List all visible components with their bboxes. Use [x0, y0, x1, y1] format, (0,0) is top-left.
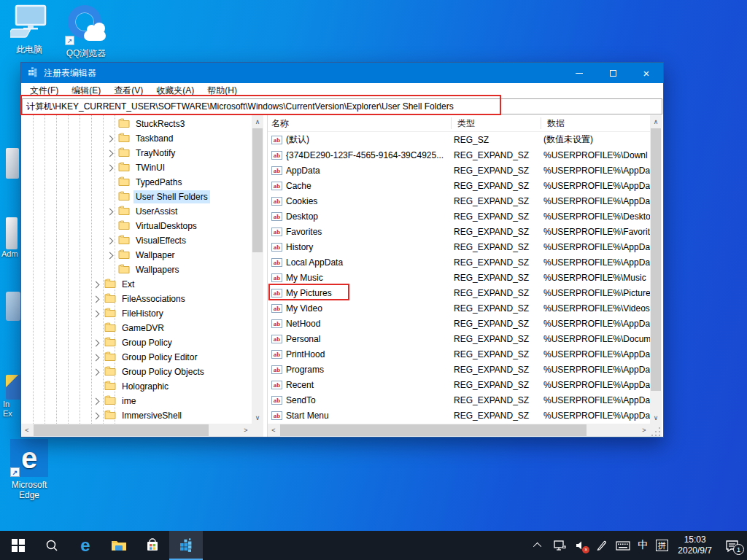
network-icon[interactable]: [551, 531, 568, 560]
tree-item-wallpaper[interactable]: Wallpaper: [107, 248, 177, 262]
tree-item-group-policy-editor[interactable]: Group Policy Editor: [93, 350, 199, 365]
tree-item-typedpaths[interactable]: TypedPaths: [107, 175, 184, 190]
tree-item-ext[interactable]: Ext: [93, 277, 136, 292]
tree-item-userassist[interactable]: UserAssist: [107, 204, 179, 219]
value-row-374de290-123f-4565-9164-39c4925[interactable]: ab{374DE290-123F-4565-9164-39C4925...REG…: [268, 147, 650, 163]
minimize-button[interactable]: [562, 63, 596, 83]
value-row-cache[interactable]: abCacheREG_EXPAND_SZ%USERPROFILE%\AppDa: [268, 178, 650, 193]
ime-pinyin-indicator[interactable]: 拼: [654, 531, 669, 560]
tree-item-virtualdesktops[interactable]: VirtualDesktops: [107, 219, 199, 233]
desktop-icon-this-pc[interactable]: 此电脑: [6, 4, 53, 55]
value-row-programs[interactable]: abProgramsREG_EXPAND_SZ%USERPROFILE%\App…: [268, 362, 650, 377]
column-header-type[interactable]: 类型: [454, 115, 543, 132]
expand-chevron-icon[interactable]: [93, 339, 100, 346]
tree-item-wallpapers[interactable]: Wallpapers: [107, 262, 182, 277]
desktop-icon-clipped-1[interactable]: [0, 148, 20, 193]
tree-item-twinui[interactable]: TWinUI: [107, 160, 167, 175]
taskbar-regedit-button[interactable]: [169, 531, 203, 560]
taskbar-edge-button[interactable]: e: [69, 531, 102, 560]
expand-chevron-icon[interactable]: [93, 368, 100, 376]
scroll-down-icon[interactable]: ∨: [252, 411, 263, 424]
menu-收藏夹-a[interactable]: 收藏夹(A): [150, 85, 201, 97]
menu-查看-v[interactable]: 查看(V): [107, 85, 150, 97]
expand-chevron-icon[interactable]: [107, 164, 114, 171]
tray-chevron-up-icon[interactable]: [530, 531, 546, 560]
desktop-icon-microsoft-edge[interactable]: e ↗ Microsoft Edge: [7, 439, 51, 500]
desktop-icon-clipped-2[interactable]: Adm: [0, 217, 20, 271]
scroll-right-icon[interactable]: >: [240, 424, 252, 437]
expand-chevron-icon[interactable]: [107, 135, 114, 142]
value-row-recent[interactable]: abRecentREG_EXPAND_SZ%USERPROFILE%\AppDa: [268, 377, 650, 392]
title-bar[interactable]: 注册表编辑器 ×: [21, 63, 663, 83]
tree-item-user-shell-folders[interactable]: User Shell Folders: [107, 190, 210, 204]
desktop-icon-clipped-4[interactable]: In Ex: [0, 375, 20, 427]
maximize-button[interactable]: [596, 63, 630, 83]
taskbar-store-button[interactable]: [136, 531, 169, 560]
expand-chevron-icon[interactable]: [107, 237, 114, 244]
expand-chevron-icon[interactable]: [93, 412, 100, 419]
value-row-my-music[interactable]: abMy MusicREG_EXPAND_SZ%USERPROFILE%\Mus…: [268, 270, 650, 285]
ime-mode-indicator[interactable]: 中: [636, 531, 649, 560]
tree-item-stuckrects3[interactable]: StuckRects3: [107, 117, 187, 131]
tree-item-gamedvr[interactable]: GameDVR: [93, 321, 166, 335]
menu-文件-f[interactable]: 文件(F): [23, 85, 65, 97]
tree-item-taskband[interactable]: Taskband: [107, 131, 175, 146]
value-row-cookies[interactable]: abCookiesREG_EXPAND_SZ%USERPROFILE%\AppD…: [268, 193, 650, 209]
column-header-name[interactable]: 名称: [268, 115, 454, 132]
tree-item-filehistory[interactable]: FileHistory: [93, 306, 166, 321]
pen-icon[interactable]: [594, 531, 610, 560]
address-bar[interactable]: 计算机\HKEY_CURRENT_USER\SOFTWARE\Microsoft…: [21, 98, 663, 115]
tree-item-ime[interactable]: ime: [93, 394, 138, 408]
value-row-history[interactable]: abHistoryREG_EXPAND_SZ%USERPROFILE%\AppD…: [268, 239, 650, 254]
value-row-favorites[interactable]: abFavoritesREG_EXPAND_SZ%USERPROFILE%\Fa…: [268, 224, 650, 239]
start-button[interactable]: [1, 531, 35, 560]
scroll-down-icon[interactable]: ∨: [650, 411, 662, 424]
scroll-left-icon[interactable]: <: [268, 424, 279, 437]
resize-grip[interactable]: [651, 426, 661, 436]
close-button[interactable]: ×: [630, 63, 663, 83]
list-horizontal-scrollbar[interactable]: < >: [268, 424, 650, 437]
registry-tree-pane[interactable]: StuckRects3TaskbandTrayNotifyTWinUITyped…: [21, 115, 263, 437]
registry-values-pane[interactable]: 名称 类型 数据 ab(默认)REG_SZ(数值未设置)ab{374DE290-…: [267, 115, 662, 437]
column-header-data[interactable]: 数据: [543, 115, 650, 132]
value-row-appdata[interactable]: abAppDataREG_EXPAND_SZ%USERPROFILE%\AppD…: [268, 163, 650, 178]
touch-keyboard-icon[interactable]: [615, 531, 631, 560]
tree-item-holographic[interactable]: Holographic: [93, 379, 171, 394]
value-row-nethood[interactable]: abNetHoodREG_EXPAND_SZ%USERPROFILE%\AppD…: [268, 316, 650, 331]
tree-item-group-policy-objects[interactable]: Group Policy Objects: [93, 365, 206, 379]
value-row-printhood[interactable]: abPrintHoodREG_EXPAND_SZ%USERPROFILE%\Ap…: [268, 346, 650, 362]
expand-chevron-icon[interactable]: [107, 252, 114, 259]
taskbar-clock[interactable]: 15:03 2020/9/7: [674, 534, 716, 556]
scroll-up-icon[interactable]: ∧: [252, 115, 263, 128]
value-row-sendto[interactable]: abSendToREG_EXPAND_SZ%USERPROFILE%\AppDa: [268, 392, 650, 408]
menu-帮助-h[interactable]: 帮助(H): [201, 85, 244, 97]
value-row-personal[interactable]: abPersonalREG_EXPAND_SZ%USERPROFILE%\Doc…: [268, 331, 650, 346]
expand-chevron-icon[interactable]: [107, 208, 114, 215]
menu-编辑-e[interactable]: 编辑(E): [65, 85, 107, 97]
expand-chevron-icon[interactable]: [93, 310, 100, 317]
scroll-left-icon[interactable]: <: [21, 424, 33, 437]
desktop-icon-qq-browser[interactable]: ↗ QQ浏览器: [61, 4, 111, 58]
value-row-desktop[interactable]: abDesktopREG_EXPAND_SZ%USERPROFILE%\Desk…: [268, 209, 650, 224]
expand-chevron-icon[interactable]: [107, 149, 114, 157]
scroll-right-icon[interactable]: >: [638, 424, 650, 437]
taskbar-search-button[interactable]: [35, 531, 69, 560]
expand-chevron-icon[interactable]: [93, 354, 100, 361]
scroll-up-icon[interactable]: ∧: [650, 115, 662, 128]
tree-horizontal-scrollbar[interactable]: < >: [21, 424, 252, 437]
tree-vertical-scrollbar[interactable]: ∧ ∨: [252, 115, 263, 424]
value-row-my-pictures[interactable]: abMy PicturesREG_EXPAND_SZ%USERPROFILE%\…: [268, 285, 650, 300]
value-row-my-video[interactable]: abMy VideoREG_EXPAND_SZ%USERPROFILE%\Vid…: [268, 300, 650, 316]
value-row-start-menu[interactable]: abStart MenuREG_EXPAND_SZ%USERPROFILE%\A…: [268, 408, 650, 423]
taskbar-file-explorer-button[interactable]: [102, 531, 136, 560]
expand-chevron-icon[interactable]: [93, 397, 100, 405]
volume-muted-icon[interactable]: ×: [573, 531, 589, 560]
list-vertical-scrollbar[interactable]: ∧ ∨: [650, 115, 662, 424]
value-row-local-appdata[interactable]: abLocal AppDataREG_EXPAND_SZ%USERPROFILE…: [268, 254, 650, 270]
tree-item-group-policy[interactable]: Group Policy: [93, 335, 174, 350]
tree-item-visualeffects[interactable]: VisualEffects: [107, 233, 188, 248]
expand-chevron-icon[interactable]: [93, 281, 100, 288]
tree-item-fileassociations[interactable]: FileAssociations: [93, 292, 187, 306]
action-center-button[interactable]: 1: [721, 531, 743, 560]
value-row-默认[interactable]: ab(默认)REG_SZ(数值未设置): [268, 132, 650, 147]
